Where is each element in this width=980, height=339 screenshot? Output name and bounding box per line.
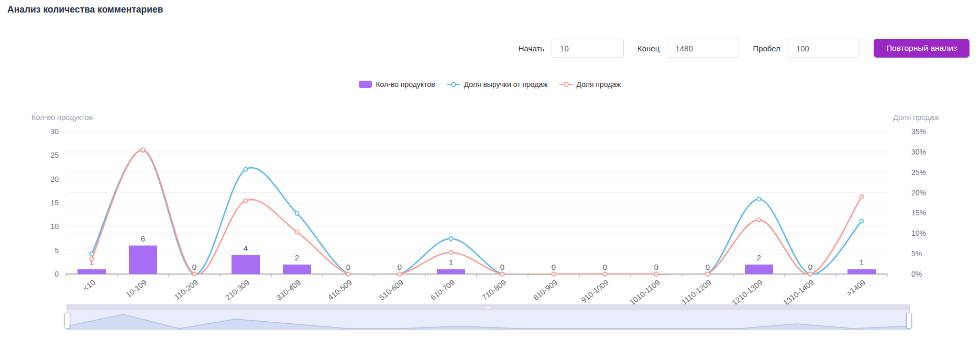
legend-label: Доля выручки от продаж (464, 80, 548, 89)
svg-text:510-609: 510-609 (378, 278, 405, 302)
data-point-marker[interactable] (295, 212, 299, 215)
svg-text:30%: 30% (911, 148, 926, 156)
comment-analysis-page: Анализ количества комментариев Начать Ко… (0, 0, 980, 339)
svg-text:110-209: 110-209 (173, 278, 200, 302)
data-point-marker[interactable] (552, 272, 555, 276)
data-point-marker[interactable] (603, 272, 607, 276)
data-point-marker[interactable] (500, 272, 504, 276)
data-point-marker[interactable] (757, 218, 761, 222)
reanalyze-button[interactable]: Повторный анализ (874, 39, 970, 58)
data-point-marker[interactable] (90, 257, 93, 261)
bar-swatch-icon (359, 81, 372, 88)
bar-value-label: 1 (449, 258, 453, 267)
datazoom-track[interactable] (67, 310, 909, 330)
svg-text:5%: 5% (911, 249, 922, 258)
bar-value-label: 0 (192, 263, 196, 271)
right-axis-labels: 0%5%10%15%20%25%30%35% (911, 127, 926, 278)
svg-text:1110-1209: 1110-1209 (680, 278, 713, 307)
legend-item-sales-share[interactable]: Доля продаж (559, 80, 621, 89)
revenue-share-line[interactable] (90, 148, 863, 280)
datazoom-data-shadow (67, 310, 909, 330)
svg-text:1010-1109: 1010-1109 (628, 278, 662, 307)
bar-value-label: 2 (295, 253, 299, 262)
bar-value-label: 1 (860, 258, 864, 267)
x-axis-labels: <1010-109110-209210-309310-409410-509510… (82, 278, 867, 307)
data-point-marker[interactable] (757, 197, 761, 201)
data-point-marker[interactable] (346, 272, 350, 276)
end-label: Конец (637, 44, 659, 53)
svg-text:20: 20 (50, 175, 59, 183)
data-point-marker[interactable] (398, 272, 401, 276)
data-point-marker[interactable] (192, 272, 196, 276)
svg-text:5: 5 (54, 246, 59, 255)
datazoom-move-handle[interactable] (67, 305, 909, 310)
svg-text:10-109: 10-109 (124, 278, 148, 299)
dual-axis-chart: Кол-во продуктовДоля продаж0510152025300… (0, 97, 980, 307)
x-axis (66, 274, 887, 277)
gap-input[interactable] (788, 39, 860, 58)
svg-text:25%: 25% (911, 168, 926, 177)
svg-text:15: 15 (50, 199, 59, 207)
svg-text:>1409: >1409 (845, 278, 867, 298)
legend-item-products[interactable]: Кол-во продуктов (359, 80, 435, 89)
svg-text:30: 30 (50, 127, 59, 136)
data-point-marker[interactable] (808, 272, 812, 276)
svg-text:0%: 0% (911, 270, 922, 278)
data-point-marker[interactable] (295, 230, 299, 234)
end-input[interactable] (667, 39, 739, 58)
data-point-marker[interactable] (141, 148, 145, 151)
svg-text:1210-1309: 1210-1309 (730, 278, 764, 307)
data-point-marker[interactable] (706, 272, 709, 276)
bar-value-label: 4 (244, 244, 248, 253)
bar[interactable] (232, 255, 260, 274)
line-swatch-icon (447, 81, 460, 88)
legend-item-revenue-share[interactable]: Доля выручки от продаж (447, 80, 548, 89)
bar[interactable] (847, 269, 876, 274)
start-label: Начать (519, 44, 544, 53)
data-point-marker[interactable] (654, 272, 658, 276)
bar-value-label: 0 (808, 263, 812, 271)
controls-bar: Начать Конец Пробел Повторный анализ (519, 39, 970, 58)
svg-text:810-909: 810-909 (532, 278, 559, 302)
svg-text:610-709: 610-709 (429, 278, 456, 302)
left-axis-name: Кол-во продуктов (31, 113, 93, 122)
svg-text:10%: 10% (911, 229, 926, 237)
bar[interactable] (745, 265, 773, 274)
svg-text:0: 0 (54, 270, 59, 278)
bar-value-label: 0 (346, 263, 350, 271)
bar-value-label: 0 (500, 263, 504, 271)
datazoom-grip-icon (486, 307, 491, 309)
data-point-marker[interactable] (244, 199, 247, 203)
data-point-marker[interactable] (449, 250, 453, 254)
svg-text:15%: 15% (911, 209, 926, 217)
svg-text:20%: 20% (911, 189, 926, 197)
gridlines (66, 132, 887, 254)
legend-label: Доля продаж (577, 80, 621, 89)
left-axis-labels: 051015202530 (50, 127, 59, 278)
svg-text:<10: <10 (82, 278, 97, 293)
bar-value-label: 0 (603, 263, 607, 271)
data-point-marker[interactable] (449, 237, 453, 240)
bar-value-label: 0 (552, 263, 556, 271)
gap-label: Пробел (753, 44, 780, 53)
page-title: Анализ количества комментариев (7, 4, 163, 15)
start-input[interactable] (552, 39, 624, 58)
svg-text:410-509: 410-509 (326, 278, 354, 302)
datazoom-left-handle[interactable] (64, 313, 70, 329)
bar-value-label: 6 (141, 234, 145, 243)
bar-value-label: 2 (757, 253, 761, 262)
datazoom-slider[interactable] (67, 304, 910, 330)
bar[interactable] (437, 269, 465, 274)
bar[interactable] (129, 246, 157, 274)
svg-text:1310-1409: 1310-1409 (781, 278, 815, 307)
chart-legend: Кол-во продуктов Доля выручки от продаж … (0, 80, 980, 89)
bar[interactable] (78, 269, 106, 274)
bar[interactable] (283, 265, 311, 274)
svg-text:35%: 35% (911, 127, 926, 136)
data-point-marker[interactable] (244, 168, 247, 171)
svg-text:910-1009: 910-1009 (580, 278, 610, 304)
data-point-marker[interactable] (860, 195, 863, 199)
data-point-marker[interactable] (860, 219, 863, 223)
datazoom-right-handle[interactable] (906, 313, 912, 329)
svg-text:310-409: 310-409 (275, 278, 302, 302)
